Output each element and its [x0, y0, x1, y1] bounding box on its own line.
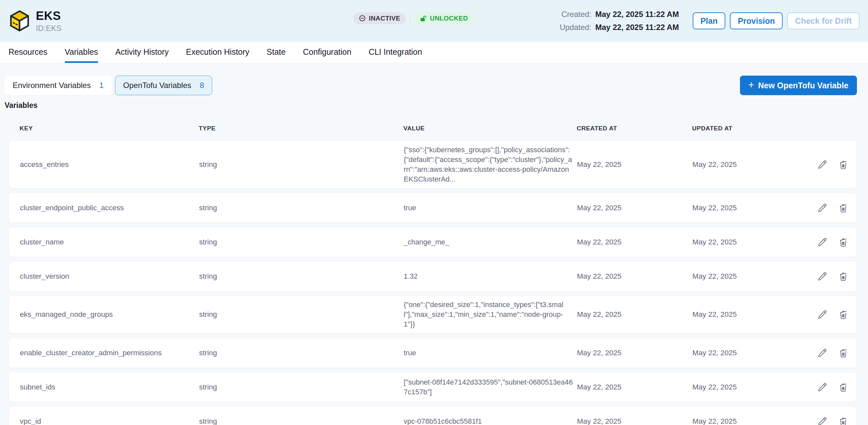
status-badges: INACTIVE UNLOCKED	[353, 12, 473, 24]
tab-cli-integration[interactable]: CLI Integration	[369, 42, 422, 63]
tab-variables[interactable]: Variables	[65, 42, 98, 63]
delete-variable-button[interactable]	[837, 271, 849, 282]
unlocked-padlock-icon	[420, 15, 427, 22]
variable-type: string	[199, 349, 404, 357]
status-badge: INACTIVE	[353, 12, 406, 24]
opentofu-variables-pill[interactable]: OpenTofu Variables 8	[115, 75, 212, 95]
variable-type: string	[199, 272, 404, 281]
tab-resources[interactable]: Resources	[8, 42, 48, 63]
edit-variable-button[interactable]	[816, 236, 828, 248]
variable-created-at: May 22, 2025	[577, 349, 692, 357]
variable-type: string	[199, 160, 404, 169]
circle-minus-icon	[359, 15, 366, 22]
variable-created-at: May 22, 2025	[577, 204, 692, 212]
lock-status-badge: UNLOCKED	[414, 12, 473, 24]
variable-key: cluster_endpoint_public_access	[20, 204, 199, 212]
pencil-icon	[817, 347, 828, 359]
column-header-type: TYPE	[199, 125, 403, 132]
edit-variable-button[interactable]	[816, 347, 828, 359]
opentofu-variables-count: 8	[200, 81, 204, 90]
variable-type: string	[199, 383, 404, 391]
variable-updated-at: May 22, 2025	[692, 160, 816, 169]
delete-variable-button[interactable]	[837, 347, 849, 359]
tab-execution-history[interactable]: Execution History	[186, 42, 250, 63]
edit-variable-button[interactable]	[816, 416, 828, 425]
plus-icon: +	[748, 80, 754, 90]
trash-icon	[838, 203, 849, 213]
delete-variable-button[interactable]	[837, 416, 849, 425]
provision-button[interactable]: Provision	[730, 12, 783, 29]
page-title: EKS	[36, 9, 62, 23]
column-header-updated-at: UPDATED AT	[692, 125, 816, 132]
variable-created-at: May 22, 2025	[577, 383, 692, 391]
created-label: Created:	[560, 10, 591, 19]
variable-type: string	[199, 310, 404, 319]
workspace-id: ID:EKS	[36, 24, 62, 33]
trash-icon	[838, 416, 849, 425]
delete-variable-button[interactable]	[837, 202, 849, 214]
environment-variables-pill[interactable]: Environment Variables 1	[5, 75, 112, 95]
opentofu-variables-label: OpenTofu Variables	[123, 81, 191, 90]
environment-variables-label: Environment Variables	[13, 81, 91, 90]
tab-state[interactable]: State	[267, 42, 285, 63]
column-header-key: KEY	[20, 125, 199, 132]
variable-value: vpc-078b51c6cbc5581f1	[404, 417, 577, 425]
variable-row: cluster_endpoint_public_access string tr…	[8, 193, 857, 223]
edit-variable-button[interactable]	[816, 271, 828, 282]
variable-updated-at: May 22, 2025	[692, 310, 816, 319]
variable-value: _change_me_	[404, 237, 577, 247]
variable-created-at: May 22, 2025	[577, 160, 692, 169]
header-actions: Plan Provision Check for Drift	[693, 12, 860, 29]
variable-type: string	[199, 238, 404, 246]
pencil-icon	[817, 159, 828, 170]
edit-variable-button[interactable]	[816, 159, 828, 171]
variable-key: cluster_name	[20, 238, 199, 246]
table-header-row: KEYTYPEVALUECREATED ATUPDATED AT	[8, 125, 857, 132]
variable-value: {"sso":{"kubernetes_groups":[],"policy_a…	[404, 145, 577, 184]
variable-row: eks_managed_node_groups string {"one":{"…	[8, 295, 857, 334]
variable-type: string	[199, 204, 404, 212]
variable-updated-at: May 22, 2025	[692, 417, 816, 425]
page-header: EKS ID:EKS INACTIVE UNLOCKED Created: Ma…	[0, 0, 868, 42]
edit-variable-button[interactable]	[816, 309, 828, 321]
delete-variable-button[interactable]	[837, 381, 849, 393]
edit-variable-button[interactable]	[816, 202, 828, 214]
trash-icon	[838, 382, 849, 393]
new-opentofu-variable-button[interactable]: + New OpenTofu Variable	[740, 75, 857, 95]
main-tabbar: ResourcesVariablesActivity HistoryExecut…	[0, 42, 868, 63]
plan-button[interactable]: Plan	[693, 12, 725, 29]
environment-variables-count: 1	[99, 81, 103, 90]
variable-value: ["subnet-08f14e7142d333595","subnet-0680…	[404, 377, 577, 397]
variable-key: cluster_version	[20, 272, 199, 281]
pencil-icon	[817, 203, 828, 213]
variable-key: subnet_ids	[20, 383, 199, 391]
delete-variable-button[interactable]	[837, 309, 849, 321]
trash-icon	[838, 271, 849, 282]
trash-icon	[838, 159, 849, 170]
variable-created-at: May 22, 2025	[577, 417, 692, 425]
check-for-drift-button[interactable]: Check for Drift	[787, 12, 860, 29]
delete-variable-button[interactable]	[837, 236, 849, 248]
edit-variable-button[interactable]	[816, 381, 828, 393]
column-header-value: VALUE	[403, 125, 577, 132]
updated-label: Updated:	[560, 23, 591, 32]
updated-value: May 22, 2025 11:22 AM	[595, 23, 679, 32]
variable-updated-at: May 22, 2025	[692, 204, 816, 212]
variable-updated-at: May 22, 2025	[692, 383, 816, 391]
workspace-brand: EKS ID:EKS	[8, 9, 62, 33]
tab-configuration[interactable]: Configuration	[303, 42, 351, 63]
cube-mascot-logo	[8, 10, 31, 32]
variable-row: subnet_ids string ["subnet-08f14e7142d33…	[8, 372, 857, 402]
variable-row: access_entries string {"sso":{"kubernete…	[8, 141, 857, 189]
variable-created-at: May 22, 2025	[577, 272, 692, 281]
column-header-created-at: CREATED AT	[577, 125, 692, 132]
delete-variable-button[interactable]	[837, 159, 849, 171]
variable-updated-at: May 22, 2025	[692, 272, 816, 281]
variable-row: cluster_version string 1.32 May 22, 2025…	[8, 261, 857, 292]
pencil-icon	[817, 382, 828, 393]
variables-page: Environment Variables 1 OpenTofu Variabl…	[0, 63, 868, 425]
variable-row: enable_cluster_creator_admin_permissions…	[8, 338, 857, 368]
tab-activity-history[interactable]: Activity History	[115, 42, 169, 63]
trash-icon	[838, 347, 849, 359]
badge-divider	[410, 13, 410, 23]
